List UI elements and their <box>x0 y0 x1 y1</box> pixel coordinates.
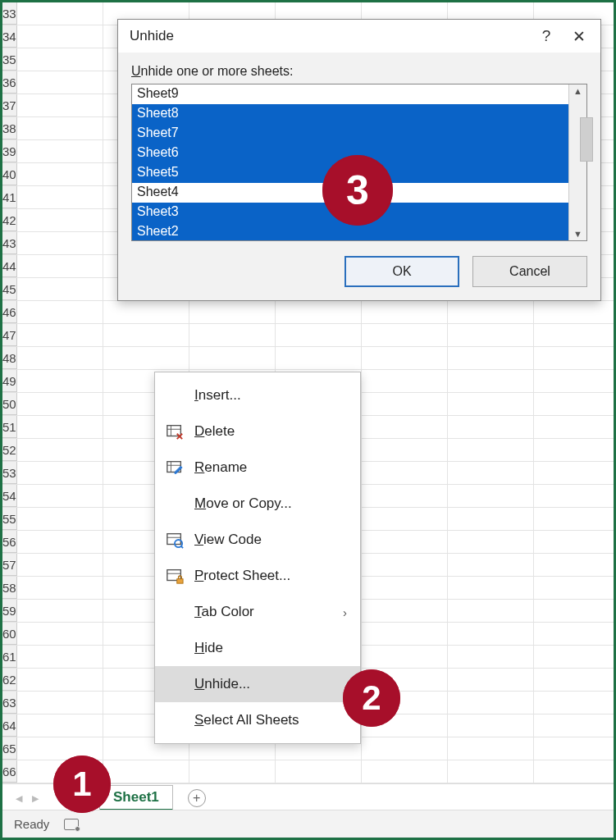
row-header[interactable]: 35 <box>2 48 17 71</box>
cell[interactable] <box>362 301 448 323</box>
tab-nav-left-icon[interactable]: ◀ <box>11 793 21 803</box>
cell[interactable] <box>534 416 616 438</box>
cell[interactable] <box>17 94 103 116</box>
cell[interactable] <box>448 760 534 783</box>
cell[interactable] <box>534 623 616 645</box>
cell[interactable] <box>362 531 448 553</box>
cell[interactable] <box>362 347 448 369</box>
cell[interactable] <box>448 669 534 691</box>
row-header[interactable]: 52 <box>2 439 17 461</box>
cell[interactable] <box>534 462 616 484</box>
row-header[interactable]: 47 <box>2 324 17 346</box>
cell[interactable] <box>534 324 616 346</box>
cell[interactable] <box>534 760 616 783</box>
cell[interactable] <box>448 416 534 438</box>
menu-rename[interactable]: Rename <box>155 450 360 486</box>
row-header[interactable]: 49 <box>2 370 17 392</box>
cell[interactable] <box>448 347 534 369</box>
cell[interactable] <box>17 163 103 185</box>
cell[interactable] <box>362 462 448 484</box>
row-header[interactable]: 39 <box>2 140 17 162</box>
cell[interactable] <box>17 25 103 48</box>
cell[interactable] <box>534 485 616 507</box>
cell[interactable] <box>17 714 103 737</box>
row-header[interactable]: 38 <box>2 117 17 139</box>
cell[interactable] <box>17 347 103 369</box>
cell[interactable] <box>362 623 448 645</box>
cell[interactable] <box>189 347 276 369</box>
cell[interactable] <box>17 462 103 484</box>
cell[interactable] <box>17 140 103 162</box>
cell[interactable] <box>534 692 616 714</box>
cell[interactable] <box>17 278 103 300</box>
ok-button[interactable]: OK <box>345 256 459 287</box>
cell[interactable] <box>362 577 448 599</box>
cell[interactable] <box>362 439 448 461</box>
row-header[interactable]: 54 <box>2 485 17 507</box>
row-header[interactable]: 41 <box>2 186 17 208</box>
add-sheet-button[interactable]: + <box>188 789 206 807</box>
cell[interactable] <box>362 646 448 668</box>
cell[interactable] <box>17 646 103 668</box>
cell[interactable] <box>448 714 534 737</box>
cell[interactable] <box>17 255 103 277</box>
cell[interactable] <box>534 439 616 461</box>
cell[interactable] <box>17 186 103 208</box>
scrollbar-down-icon[interactable]: ▼ <box>573 229 582 239</box>
list-item[interactable]: Sheet7 <box>132 124 568 144</box>
row-header[interactable]: 37 <box>2 94 17 116</box>
menu-unhide[interactable]: Unhide... <box>155 666 360 702</box>
cell[interactable] <box>276 760 362 783</box>
cell[interactable] <box>362 324 448 346</box>
row-header[interactable]: 34 <box>2 25 17 48</box>
cell[interactable] <box>448 301 534 323</box>
cell[interactable] <box>17 531 103 553</box>
tab-nav-right-icon[interactable]: ▶ <box>27 793 37 803</box>
cell[interactable] <box>534 714 616 737</box>
row-header[interactable]: 40 <box>2 163 17 185</box>
cell[interactable] <box>17 692 103 714</box>
cell[interactable] <box>448 439 534 461</box>
cell[interactable] <box>103 301 189 323</box>
scrollbar-up-icon[interactable]: ▲ <box>573 86 582 96</box>
cell[interactable] <box>448 577 534 599</box>
cell[interactable] <box>534 600 616 622</box>
cell[interactable] <box>17 577 103 599</box>
cell[interactable] <box>448 554 534 576</box>
menu-protect-sheet[interactable]: Protect Sheet... <box>155 558 360 594</box>
row-header[interactable]: 65 <box>2 737 17 760</box>
cell[interactable] <box>189 760 276 783</box>
cell[interactable] <box>534 531 616 553</box>
row-header[interactable]: 50 <box>2 393 17 415</box>
cell[interactable] <box>17 324 103 346</box>
row-header[interactable]: 42 <box>2 209 17 231</box>
row-header[interactable]: 33 <box>2 2 17 25</box>
cell[interactable] <box>17 508 103 530</box>
row-header[interactable]: 46 <box>2 301 17 323</box>
menu-delete[interactable]: Delete <box>155 413 360 450</box>
cell[interactable] <box>448 324 534 346</box>
menu-move-or-copy[interactable]: Move or Copy... <box>155 486 360 522</box>
cell[interactable] <box>17 48 103 71</box>
cell[interactable] <box>448 462 534 484</box>
cell[interactable] <box>17 554 103 576</box>
cell[interactable] <box>362 508 448 530</box>
cell[interactable] <box>362 554 448 576</box>
cell[interactable] <box>534 646 616 668</box>
cell[interactable] <box>448 646 534 668</box>
row-header[interactable]: 58 <box>2 577 17 599</box>
row-header[interactable]: 44 <box>2 255 17 277</box>
cell[interactable] <box>17 669 103 691</box>
cell[interactable] <box>448 737 534 760</box>
help-button[interactable]: ? <box>530 27 563 45</box>
cell[interactable] <box>17 439 103 461</box>
cell[interactable] <box>17 485 103 507</box>
menu-tab-color[interactable]: Tab Color › <box>155 594 360 630</box>
cell[interactable] <box>534 301 616 323</box>
cell[interactable] <box>534 508 616 530</box>
cell[interactable] <box>189 301 276 323</box>
row-header[interactable]: 43 <box>2 232 17 254</box>
row-header[interactable]: 59 <box>2 600 17 622</box>
cell[interactable] <box>534 577 616 599</box>
cell[interactable] <box>534 393 616 415</box>
